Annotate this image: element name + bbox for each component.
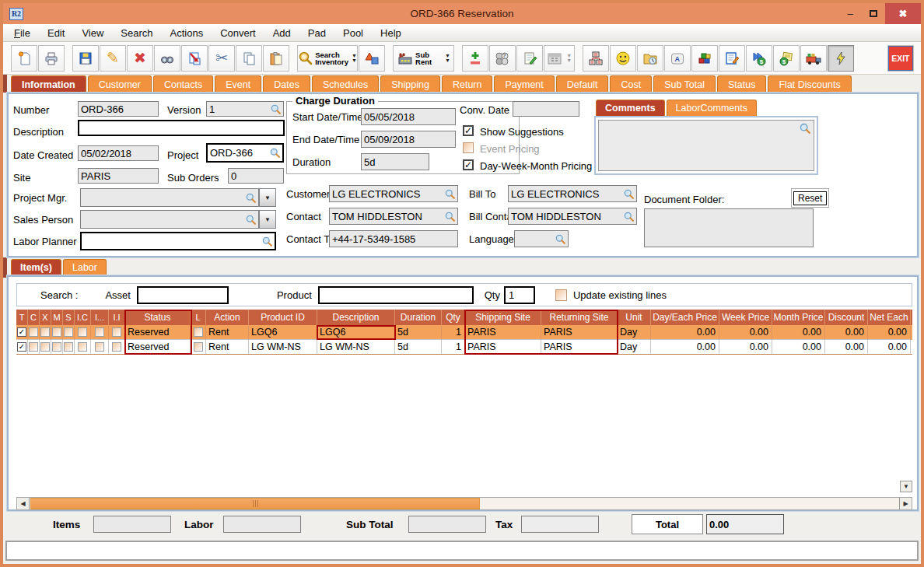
menu-convert[interactable]: Convert xyxy=(220,27,256,39)
tab-schedules[interactable]: Schedules xyxy=(312,75,379,93)
delete-button[interactable]: ✖ xyxy=(127,45,153,72)
group-help-button[interactable]: ? xyxy=(489,45,516,72)
cell-day-each-price[interactable]: 0.00 xyxy=(651,325,719,340)
keyboard-key-button[interactable]: A xyxy=(664,45,691,72)
col-t[interactable]: T xyxy=(16,310,28,325)
search-icon[interactable] xyxy=(800,123,810,134)
version-field[interactable]: 1 xyxy=(206,101,284,117)
document-folder-box[interactable] xyxy=(644,208,814,247)
copy-button[interactable] xyxy=(236,45,262,72)
sales-person-dropdown[interactable]: ▼ xyxy=(259,210,276,229)
table-row[interactable]: ✓ Reserved Rent LG WM-NS LG WM-NS 5d 1 P… xyxy=(16,340,912,355)
language-field[interactable] xyxy=(514,230,569,247)
print-button[interactable] xyxy=(38,45,65,72)
search-icon[interactable] xyxy=(445,212,455,222)
checkbox-unchecked[interactable] xyxy=(78,327,87,337)
tab-items[interactable]: Item(s) xyxy=(11,259,61,275)
cell-duration[interactable]: 5d xyxy=(395,325,442,340)
cell-discount[interactable]: 0.00 xyxy=(825,340,868,354)
description-field[interactable] xyxy=(78,120,285,136)
col-product-id[interactable]: Product ID xyxy=(249,310,317,325)
reset-button[interactable]: Reset xyxy=(793,191,827,205)
customer-field[interactable]: LG ELECTRONICS xyxy=(329,185,458,202)
export-document-button[interactable] xyxy=(181,45,208,72)
menu-search[interactable]: Search xyxy=(121,27,152,39)
checkbox-unchecked[interactable] xyxy=(52,342,61,352)
paste-button[interactable] xyxy=(263,45,289,72)
cell-month-price[interactable]: 0.00 xyxy=(772,340,825,354)
col-idots[interactable]: I... xyxy=(91,310,109,325)
checkbox-checked[interactable]: ✓ xyxy=(17,342,26,352)
project-mgr-dropdown[interactable]: ▼ xyxy=(259,188,276,207)
tax-field[interactable] xyxy=(521,516,599,533)
horizontal-scrollbar[interactable]: ◀ ▶ xyxy=(16,497,912,510)
checkbox-unchecked[interactable] xyxy=(40,342,50,352)
tab-cost[interactable]: Cost xyxy=(610,75,652,93)
save-button[interactable] xyxy=(72,45,99,72)
cell-qty[interactable]: 1 xyxy=(442,340,465,354)
checkbox-unchecked[interactable] xyxy=(194,327,203,337)
items-total-field[interactable] xyxy=(93,516,171,533)
col-qty[interactable]: Qty xyxy=(442,310,465,325)
cell-unit[interactable]: Day xyxy=(618,340,651,354)
sub-orders-field[interactable]: 0 xyxy=(228,168,284,184)
menu-view[interactable]: View xyxy=(82,27,103,39)
cell-week-price[interactable]: 0.00 xyxy=(719,340,772,354)
col-description[interactable]: Description xyxy=(317,310,395,325)
new-document-button[interactable] xyxy=(11,45,37,72)
table-row[interactable]: ✓ Reserved Rent LGQ6 LGQ6 5d 1 PARIS PAR… xyxy=(16,325,912,340)
tab-flat-discounts[interactable]: Flat Discounts xyxy=(768,75,851,93)
scroll-left-button[interactable]: ◀ xyxy=(17,498,30,509)
org-chart-button[interactable] xyxy=(583,45,609,72)
search-icon[interactable] xyxy=(270,148,280,158)
day-week-month-checkbox[interactable]: ✓ xyxy=(463,159,474,170)
price-notes-button[interactable]: $ xyxy=(773,45,800,72)
search-icon[interactable] xyxy=(624,212,634,222)
search-icon[interactable] xyxy=(262,236,272,247)
checkbox-checked[interactable]: ✓ xyxy=(17,327,26,337)
search-inventory-button[interactable]: SearchInventory ▼▼ xyxy=(297,45,358,72)
checkbox-unchecked[interactable] xyxy=(29,327,38,337)
cell-action[interactable]: Rent xyxy=(206,325,249,340)
cell-description[interactable]: LG WM-NS xyxy=(317,340,395,354)
col-returning-site[interactable]: Returning Site xyxy=(541,310,618,325)
end-date-field[interactable]: 05/09/2018 xyxy=(361,131,456,148)
cell-description[interactable]: LGQ6 xyxy=(317,325,395,340)
kit-cubes-button[interactable] xyxy=(691,45,718,72)
notes-button[interactable] xyxy=(516,45,543,72)
add-remove-button[interactable] xyxy=(462,45,488,72)
tab-event[interactable]: Event xyxy=(215,75,261,93)
minimize-button[interactable]: – xyxy=(838,3,862,24)
tab-contacts[interactable]: Contacts xyxy=(153,75,213,93)
number-field[interactable]: ORD-366 xyxy=(78,101,159,117)
contact-tel-field[interactable]: +44-17-5349-1585 xyxy=(329,230,458,247)
menu-help[interactable]: Help xyxy=(380,27,401,39)
search-icon[interactable] xyxy=(246,215,256,225)
checkbox-unchecked[interactable] xyxy=(95,342,104,352)
cell-discount[interactable]: 0.00 xyxy=(825,325,868,340)
scroll-right-button[interactable]: ▶ xyxy=(899,498,912,509)
cell-day-each-price[interactable]: 0.00 xyxy=(651,340,719,354)
cut-button[interactable]: ✂ xyxy=(208,45,235,72)
col-duration[interactable]: Duration xyxy=(395,310,442,325)
tab-sub-total[interactable]: Sub Total xyxy=(653,75,716,93)
col-shipping-site[interactable]: Shipping Site xyxy=(465,310,541,325)
sub-total-field[interactable] xyxy=(408,516,486,533)
checkbox-unchecked[interactable] xyxy=(95,327,104,337)
col-month-price[interactable]: Month Price xyxy=(772,310,825,325)
col-net-each[interactable]: Net Each xyxy=(868,310,911,325)
smiley-button[interactable] xyxy=(610,45,636,72)
tab-payment[interactable]: Payment xyxy=(494,75,554,93)
tab-return[interactable]: Return xyxy=(442,75,493,93)
total-value-field[interactable]: 0.00 xyxy=(706,514,784,534)
cell-status[interactable]: Reserved xyxy=(125,325,191,340)
maximize-button[interactable] xyxy=(862,3,885,24)
col-status[interactable]: Status xyxy=(125,310,191,325)
col-m[interactable]: M xyxy=(51,310,63,325)
contact-field[interactable]: TOM HIDDLESTON xyxy=(329,208,458,225)
col-discount[interactable]: Discount xyxy=(825,310,868,325)
checkbox-unchecked[interactable] xyxy=(112,327,121,337)
search-icon[interactable] xyxy=(624,189,634,199)
product-input[interactable] xyxy=(318,286,474,304)
checkbox-unchecked[interactable] xyxy=(64,342,73,352)
